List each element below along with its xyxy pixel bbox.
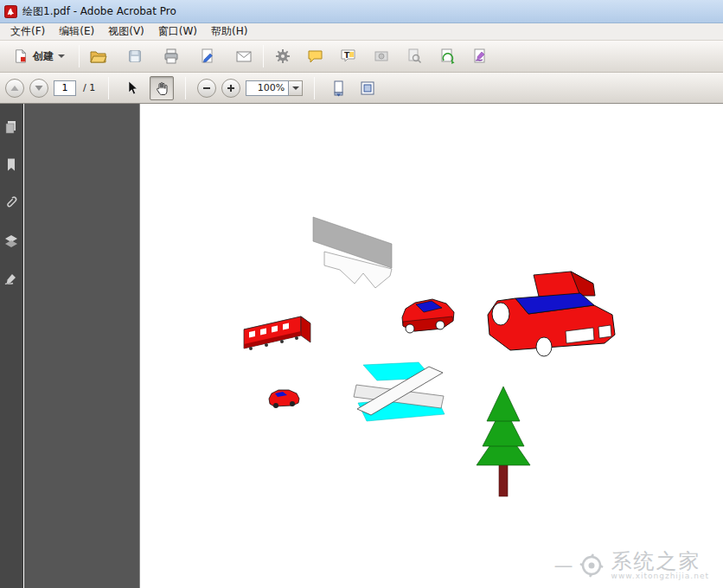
sign-button[interactable] <box>467 43 493 69</box>
attachments-button[interactable] <box>1 190 22 216</box>
road-crossing-clipart <box>354 362 445 421</box>
bookmarks-button[interactable] <box>1 152 22 178</box>
create-page-icon <box>13 48 29 64</box>
comment-button[interactable] <box>303 43 329 69</box>
annotation-tools-group: T <box>270 43 493 69</box>
select-cursor-icon <box>125 80 139 96</box>
signature-pen-icon <box>471 48 489 65</box>
navigation-pane-strip <box>0 104 23 588</box>
acrobat-logo-icon <box>4 5 17 18</box>
comment-bubble-icon <box>307 48 324 64</box>
text-annotation-button[interactable]: T <box>336 43 362 69</box>
zoom-in-icon <box>227 84 235 93</box>
select-tool-button[interactable] <box>120 76 144 100</box>
share-green-arrow-icon <box>438 48 456 65</box>
open-button[interactable] <box>86 43 112 69</box>
pdf-page-drawing <box>140 104 723 588</box>
acrobat-window: 绘图1.pdf - Adobe Acrobat Pro 文件(F) 编辑(E) … <box>0 0 723 588</box>
attachments-icon <box>3 195 19 211</box>
hand-tool-button[interactable] <box>150 76 174 100</box>
print-button[interactable] <box>158 43 184 69</box>
watermark-logo-icon <box>579 553 605 578</box>
edit-button[interactable] <box>195 43 221 69</box>
large-car-clipart <box>488 272 615 356</box>
tools-button[interactable] <box>270 43 296 69</box>
page-thumbnails-button[interactable] <box>1 114 22 140</box>
previous-page-button[interactable] <box>5 79 24 98</box>
pine-tree-clipart <box>477 387 530 496</box>
email-envelope-icon <box>235 48 253 64</box>
search-page-icon <box>406 48 423 65</box>
print-icon <box>163 48 180 65</box>
toolbar-separator <box>79 45 80 67</box>
watermark-dash-decoration: — <box>554 554 572 576</box>
email-button[interactable] <box>231 43 257 69</box>
watermark-site-name: 系统之家 <box>611 550 709 572</box>
scroll-view-icon <box>330 80 346 97</box>
create-button[interactable]: 创建 <box>5 45 73 67</box>
train-clipart <box>244 316 310 350</box>
zoom-out-button[interactable] <box>197 79 216 98</box>
snapshot-button[interactable] <box>368 43 394 69</box>
fit-page-icon <box>360 80 375 96</box>
bridge-clipart <box>313 217 392 288</box>
zoom-control: 100% <box>246 80 303 96</box>
navigation-panel <box>24 104 139 588</box>
signatures-button[interactable] <box>1 266 22 292</box>
window-title: 绘图1.pdf - Adobe Acrobat Pro <box>22 4 176 19</box>
small-car-clipart <box>402 299 454 333</box>
page-thumbnails-icon <box>3 119 19 135</box>
file-tools-group <box>86 43 257 69</box>
search-button[interactable] <box>401 43 427 69</box>
dropdown-arrow-icon <box>292 86 299 91</box>
signatures-icon <box>3 272 19 287</box>
page-count-label: / 1 <box>81 82 97 93</box>
snapshot-icon <box>373 48 390 64</box>
menu-edit[interactable]: 编辑(E) <box>52 22 101 41</box>
page-number-input[interactable] <box>54 80 76 96</box>
bookmarks-icon <box>4 157 18 173</box>
toolbar-separator <box>185 77 186 99</box>
next-page-button[interactable] <box>29 79 48 98</box>
toolbar-separator <box>314 77 315 99</box>
zoom-out-icon <box>202 84 211 93</box>
content-area: — 系统之家 www.xitongzhijia.net <box>0 104 723 588</box>
mini-car-clipart <box>269 390 299 408</box>
scroll-mode-button[interactable] <box>326 76 350 100</box>
zoom-dropdown-button[interactable] <box>289 80 303 96</box>
fit-page-button[interactable] <box>355 76 380 100</box>
menu-help[interactable]: 帮助(H) <box>204 22 254 41</box>
watermark: — 系统之家 www.xitongzhijia.net <box>554 550 709 581</box>
prev-page-icon <box>10 85 19 92</box>
toolbar-separator <box>108 77 109 99</box>
main-toolbar: 创建 <box>0 41 723 73</box>
zoom-level-value[interactable]: 100% <box>246 80 289 96</box>
save-button[interactable] <box>122 43 148 69</box>
hand-tool-icon <box>154 80 170 96</box>
navigation-toolbar: / 1 100% <box>0 73 723 104</box>
zoom-in-button[interactable] <box>221 79 240 98</box>
gear-icon <box>274 48 291 65</box>
next-page-icon <box>35 85 43 92</box>
menu-view[interactable]: 视图(V) <box>101 22 151 41</box>
text-callout-glyph: T <box>344 51 350 60</box>
text-callout-icon: T <box>340 48 357 64</box>
pdf-page: — 系统之家 www.xitongzhijia.net <box>139 104 723 588</box>
page-pen-icon <box>199 48 216 65</box>
menu-file[interactable]: 文件(F) <box>3 22 52 41</box>
layers-button[interactable] <box>1 228 22 254</box>
open-folder-icon <box>90 48 107 64</box>
save-floppy-icon <box>127 48 143 64</box>
menu-window[interactable]: 窗口(W) <box>151 22 204 41</box>
toolbar-separator <box>263 45 264 67</box>
chevron-down-icon <box>58 54 65 59</box>
titlebar: 绘图1.pdf - Adobe Acrobat Pro <box>0 0 723 23</box>
menubar: 文件(F) 编辑(E) 视图(V) 窗口(W) 帮助(H) <box>0 23 723 41</box>
watermark-site-url: www.xitongzhijia.net <box>611 572 709 581</box>
create-button-label: 创建 <box>33 49 54 64</box>
layers-icon <box>3 233 19 249</box>
share-button[interactable] <box>434 43 460 69</box>
